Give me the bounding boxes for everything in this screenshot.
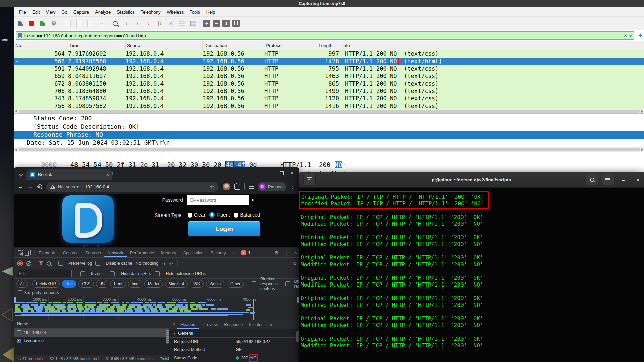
zoom-in-icon[interactable]: + — [203, 20, 210, 27]
bookmark-star-icon[interactable]: ☆ — [210, 184, 215, 190]
url-text[interactable]: 192.168.0.4 — [85, 184, 207, 189]
devtools-tab-application[interactable]: Application — [179, 249, 207, 257]
security-label[interactable]: Not secure — [58, 184, 82, 189]
request-filter-doc[interactable]: Doc — [62, 280, 76, 288]
filter-icon[interactable] — [39, 261, 43, 266]
reload-file-icon[interactable]: ↺ — [97, 19, 106, 28]
name-column-header[interactable]: Name — [17, 322, 28, 326]
menu-statistics[interactable]: Statistics — [114, 9, 137, 15]
packet-row[interactable]: 7438.174859074192.168.0.4192.168.0.56HTT… — [14, 95, 644, 102]
request-filter-js[interactable]: JS — [96, 280, 108, 288]
column-length[interactable]: Length — [317, 41, 341, 50]
devtools-close-icon[interactable]: × — [294, 250, 297, 255]
radio-unselected-icon[interactable] — [234, 213, 238, 218]
devtools-tab-sources[interactable]: Sources — [82, 249, 104, 257]
requests-scrollbar[interactable] — [166, 329, 169, 344]
capture-options-icon[interactable] — [16, 19, 25, 28]
login-button[interactable]: Login — [188, 221, 260, 236]
filter-add-icon[interactable]: + — [638, 32, 642, 39]
hide-data-urls-checkbox[interactable] — [110, 271, 115, 276]
collapse-triangle-icon[interactable]: ▼ — [173, 332, 176, 335]
menu-wireless[interactable]: Wireless — [164, 9, 187, 15]
request-filter-other[interactable]: Other — [227, 280, 244, 288]
request-filter-fetchxhr[interactable]: Fetch/XHR — [32, 280, 60, 288]
import-har-icon[interactable]: ↑ — [181, 261, 184, 265]
scroll-left-icon[interactable] — [15, 148, 17, 151]
request-filter-wasm[interactable]: Wasm — [206, 280, 225, 288]
back-icon[interactable]: ← — [18, 183, 23, 190]
menu-file[interactable]: File — [16, 9, 29, 15]
request-row[interactable]: favicon.ico — [14, 337, 169, 345]
invert-checkbox[interactable] — [80, 271, 85, 276]
tab-search-chevron-icon[interactable] — [18, 172, 24, 177]
requests-header[interactable]: Name — [14, 320, 169, 329]
chrome-menu-icon[interactable]: ⋮ — [290, 184, 295, 190]
detail-tab-initiator[interactable]: Initiator — [246, 321, 266, 329]
devtools-menu-icon[interactable]: ⋮ — [284, 250, 289, 255]
detail-tab-preview[interactable]: Preview — [199, 321, 220, 329]
auto-scroll-icon[interactable] — [178, 19, 187, 28]
filter-clear-icon[interactable]: × — [624, 33, 627, 38]
detail-line[interactable]: Status Code: 200 — [14, 114, 644, 122]
issues-icon[interactable]: ! — [241, 250, 246, 255]
network-filter-input[interactable] — [17, 270, 72, 277]
capture-settings-icon[interactable]: ⚙ — [49, 19, 58, 28]
clear-network-log-icon[interactable] — [26, 261, 31, 266]
third-party-checkbox[interactable] — [18, 290, 22, 295]
close-file-icon[interactable]: × — [86, 19, 94, 28]
scrollbar-thumb[interactable] — [19, 110, 640, 113]
devtools-tab-security[interactable]: Security — [207, 249, 229, 257]
scroll-left-icon[interactable] — [15, 110, 17, 113]
password-field[interactable] — [187, 195, 249, 205]
restart-capture-icon[interactable] — [38, 19, 47, 28]
devtools-tab-console[interactable]: Console — [60, 249, 82, 257]
packet-row[interactable]: ←5667.919788580192.168.0.4192.168.0.56HT… — [14, 58, 644, 65]
display-filter-input[interactable]: ip.src == 192.168.0.4 and tcp and tcp.sr… — [16, 31, 634, 40]
menu-telephony[interactable]: Telephony — [137, 9, 164, 15]
blocked-cookies-checkbox[interactable] — [252, 281, 256, 286]
throttling-select[interactable]: No throttling — [136, 261, 158, 266]
column-protocol[interactable]: Protocol — [264, 41, 317, 50]
packet-row[interactable]: 6728.063801150192.168.0.4192.168.0.56HTT… — [14, 80, 644, 87]
stream-option-fluent[interactable]: Fluent — [209, 212, 230, 218]
devtools-tab-elements[interactable]: Elements — [35, 249, 60, 257]
colorize-icon[interactable] — [189, 19, 198, 28]
menu-analyze[interactable]: Analyze — [92, 9, 114, 15]
packet-details-hscrollbar[interactable] — [14, 147, 644, 152]
password-input[interactable] — [196, 197, 235, 203]
inspect-element-icon[interactable] — [18, 250, 23, 255]
go-forward-icon[interactable]: › — [133, 19, 142, 28]
go-back-icon[interactable]: ‹ — [122, 19, 131, 28]
request-filter-media[interactable]: Media — [144, 280, 163, 288]
stream-option-clear[interactable]: Clear — [188, 212, 205, 218]
menu-go[interactable]: Go — [58, 9, 70, 15]
search-icon[interactable] — [47, 261, 51, 266]
detail-tab-headers[interactable]: Headers — [177, 321, 199, 329]
packet-row[interactable]: 6598.048211697192.168.0.4192.168.0.56HTT… — [14, 72, 644, 80]
disable-cache-checkbox[interactable] — [95, 261, 100, 266]
detail-tab-response[interactable]: Response — [221, 321, 246, 329]
more-tabs-icon[interactable]: » — [232, 250, 235, 255]
site-avatar-icon[interactable] — [223, 183, 230, 190]
record-network-log-icon[interactable] — [18, 262, 22, 265]
general-section-header[interactable]: ▼ General — [169, 329, 299, 338]
browser-tab-reolink[interactable]: Reolink × — [26, 169, 112, 180]
request-filter-css[interactable]: CSS — [78, 280, 94, 288]
radio-unselected-icon[interactable] — [188, 213, 192, 218]
reload-icon[interactable] — [36, 183, 43, 190]
go-to-packet-icon[interactable]: ↓ — [144, 19, 153, 28]
detail-line[interactable]: [Status Code Description: OK] — [14, 122, 644, 131]
stream-option-balanced[interactable]: Balanced — [234, 212, 260, 218]
tab-close-icon[interactable]: × — [106, 172, 109, 177]
menu-help[interactable]: Help — [203, 9, 218, 15]
filter-dropdown-icon[interactable]: ▾ — [629, 33, 632, 38]
zoom-reset-icon[interactable]: 1 — [222, 20, 230, 27]
request-filter-all[interactable]: All — [16, 280, 28, 288]
forward-icon[interactable]: → — [27, 183, 33, 190]
preserve-log-checkbox[interactable] — [58, 261, 63, 266]
column-no[interactable]: No. — [14, 41, 68, 50]
zoom-out-icon[interactable]: − — [213, 20, 220, 27]
column-destination[interactable]: Destination — [203, 41, 264, 50]
packet-row[interactable]: 7568.198957582192.168.0.4192.168.0.56HTT… — [14, 102, 644, 109]
request-filter-ws[interactable]: WS — [190, 280, 203, 288]
